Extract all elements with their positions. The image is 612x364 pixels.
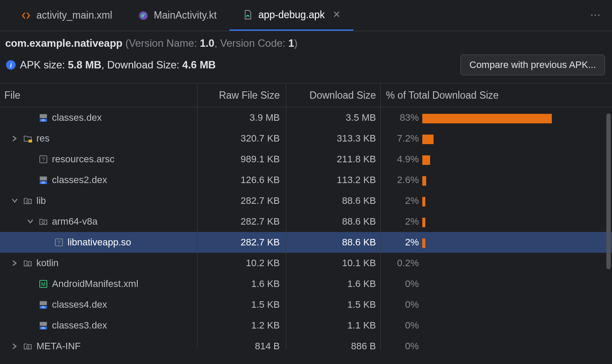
raw-size: 10.2 KB xyxy=(197,253,286,274)
kotlin-class-icon xyxy=(138,10,149,21)
svg-text:01: 01 xyxy=(42,306,45,309)
download-size: 211.8 KB xyxy=(286,149,380,170)
file-name: classes2.dex xyxy=(52,174,107,186)
table-row[interactable]: MAndroidManifest.xml1.6 KB1.6 KB0% xyxy=(0,274,612,294)
svg-rect-3 xyxy=(40,114,47,118)
column-file[interactable]: File xyxy=(0,90,197,101)
download-size: 113.2 KB xyxy=(286,170,380,190)
expand-arrow-icon[interactable] xyxy=(26,219,35,225)
table-row[interactable]: kotlin10.2 KB10.1 KB0.2% xyxy=(0,253,612,274)
table-row[interactable]: ?resources.arsc989.1 KB211.8 KB4.9% xyxy=(0,149,612,170)
folder-icon xyxy=(23,196,33,206)
expand-arrow-icon[interactable] xyxy=(10,135,19,142)
tab-app-debug-apk[interactable]: app-debug.apk ✕ xyxy=(230,0,353,31)
raw-size: 1.5 KB xyxy=(197,294,286,315)
column-raw-size[interactable]: Raw File Size xyxy=(197,84,286,107)
folder-icon xyxy=(38,216,49,227)
file-name: META-INF xyxy=(36,341,81,350)
file-name: libnativeapp.so xyxy=(68,237,131,248)
tab-activity-main[interactable]: activity_main.xml xyxy=(8,0,125,31)
download-size: 1.6 KB xyxy=(286,274,380,294)
editor-tabs: activity_main.xml MainActivity.kt app-de… xyxy=(0,0,612,31)
download-size: 886 B xyxy=(286,336,380,350)
apk-icon xyxy=(243,10,253,20)
file-name: classes3.dex xyxy=(52,320,107,331)
tab-label: app-debug.apk xyxy=(258,9,324,21)
column-percent[interactable]: % of Total Download Size xyxy=(380,84,612,107)
compare-button[interactable]: Compare with previous APK... xyxy=(460,55,605,75)
expand-arrow-icon[interactable] xyxy=(10,198,19,204)
dex-icon: 01 xyxy=(38,113,49,123)
close-icon[interactable]: ✕ xyxy=(333,9,340,20)
percent-bar xyxy=(422,236,612,249)
table-row[interactable]: res320.7 KB313.3 KB7.2% xyxy=(0,128,612,149)
svg-rect-22 xyxy=(40,322,47,326)
dex-icon: 01 xyxy=(38,320,49,331)
raw-size: 814 B xyxy=(197,336,286,350)
unknown-icon: ? xyxy=(38,154,49,164)
raw-size: 3.9 MB xyxy=(197,107,286,128)
column-download-size[interactable]: Download Size xyxy=(286,84,380,107)
table-row[interactable]: META-INF814 B886 B0% xyxy=(0,336,612,350)
percent-text: 0% xyxy=(386,320,419,331)
package-name: com.example.nativeapp xyxy=(5,37,123,49)
raw-size: 282.7 KB xyxy=(197,232,286,253)
svg-rect-6 xyxy=(29,140,32,142)
download-size-value: 4.6 MB xyxy=(182,59,216,71)
table-row[interactable]: arm64-v8a282.7 KB88.6 KB2% xyxy=(0,211,612,232)
svg-point-16 xyxy=(26,263,29,265)
svg-text:M: M xyxy=(41,281,45,287)
table-row[interactable]: lib282.7 KB88.6 KB2% xyxy=(0,190,612,211)
download-size: 1.1 KB xyxy=(286,315,380,336)
percent-bar xyxy=(422,340,612,350)
unknown-icon: ? xyxy=(54,237,64,248)
xml-icon xyxy=(21,10,31,21)
svg-text:01: 01 xyxy=(42,119,45,122)
percent-text: 0% xyxy=(386,299,419,310)
table-row[interactable]: 01classes4.dex1.5 KB1.5 KB0% xyxy=(0,294,612,315)
dex-icon: 01 xyxy=(38,300,49,310)
percent-text: 0% xyxy=(386,341,419,350)
download-size: 10.1 KB xyxy=(286,253,380,274)
apk-size-value: 5.8 MB xyxy=(68,59,101,71)
scrollbar[interactable] xyxy=(606,113,611,355)
raw-size: 989.1 KB xyxy=(197,149,286,170)
scrollbar-thumb[interactable] xyxy=(606,113,611,269)
overflow-menu-icon[interactable]: ⋮ xyxy=(589,10,602,21)
percent-bar xyxy=(422,111,612,124)
percent-text: 2% xyxy=(386,237,419,248)
expand-arrow-icon[interactable] xyxy=(10,260,19,266)
table-row[interactable]: 01classes3.dex1.2 KB1.1 KB0% xyxy=(0,315,612,336)
version-name: 1.0 xyxy=(200,37,214,49)
percent-text: 4.9% xyxy=(386,154,419,165)
percent-text: 0.2% xyxy=(386,258,419,269)
svg-point-2 xyxy=(248,16,249,16)
folder-icon xyxy=(23,341,33,350)
version-code: 1 xyxy=(288,37,294,49)
svg-text:01: 01 xyxy=(42,181,45,184)
file-name: resources.arsc xyxy=(52,154,114,165)
percent-text: 0% xyxy=(386,278,419,290)
tab-main-activity[interactable]: MainActivity.kt xyxy=(125,0,230,31)
percent-bar xyxy=(422,277,612,290)
svg-point-25 xyxy=(26,346,29,348)
svg-rect-9 xyxy=(40,177,47,180)
raw-size: 320.7 KB xyxy=(197,128,286,149)
table-row[interactable]: 01classes2.dex126.6 KB113.2 KB2.6% xyxy=(0,170,612,190)
table-row[interactable]: 01classes.dex3.9 MB3.5 MB83% xyxy=(0,107,612,128)
expand-arrow-icon[interactable] xyxy=(10,343,19,349)
percent-bar xyxy=(422,194,612,207)
table-row[interactable]: ?libnativeapp.so282.7 KB88.6 KB2% xyxy=(0,232,612,253)
version-name-label: (Version Name: xyxy=(123,37,200,49)
svg-point-1 xyxy=(247,16,248,16)
raw-size: 1.2 KB xyxy=(197,315,286,336)
percent-text: 2% xyxy=(386,195,419,206)
download-size: 3.5 MB xyxy=(286,107,380,128)
percent-bar xyxy=(422,132,612,145)
download-size: 88.6 KB xyxy=(286,190,380,211)
folder-icon xyxy=(23,258,33,268)
download-size: 313.3 KB xyxy=(286,128,380,149)
dex-icon: 01 xyxy=(38,175,49,185)
percent-bar xyxy=(422,174,612,187)
file-tree-rows: 01classes.dex3.9 MB3.5 MB83%res320.7 KB3… xyxy=(0,107,612,350)
